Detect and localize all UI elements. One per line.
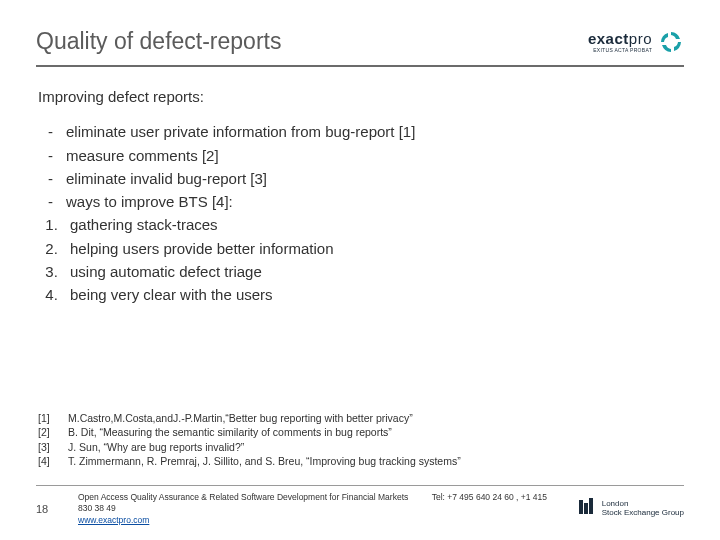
ref-num: [1] [38,411,56,425]
svg-rect-1 [584,503,588,514]
lse-logo: London Stock Exchange Group [576,497,684,521]
list-item: helping users provide better information [62,237,684,260]
list-item: eliminate user private information from … [66,120,684,143]
list-item: ways to improve BTS [4]: [66,190,684,213]
ref-num: [3] [38,440,56,454]
footer-link[interactable]: www.exactpro.com [78,515,149,525]
footer-row: 18 Open Access Quality Assurance & Relat… [36,492,684,526]
ref-num: [2] [38,425,56,439]
ref-row: [1]M.Castro,M.Costa,andJ.-P.Martin,“Bett… [38,411,461,425]
ref-text: M.Castro,M.Costa,andJ.-P.Martin,“Better … [68,411,413,425]
logo-word-bold: exact [588,30,629,47]
ref-row: [2]B. Dit, “Measuring the semantic simil… [38,425,461,439]
logo-text: exactpro EXITUS ACTA PROBAT [588,30,652,53]
list-item: eliminate invalid bug-report [3] [66,167,684,190]
ref-row: [4]T. Zimmermann, R. Premraj, J. Sillito… [38,454,461,468]
list-item: measure comments [2] [66,144,684,167]
logo-word-light: pro [629,30,652,47]
lse-logo-text: London Stock Exchange Group [602,500,684,518]
recycle-arrows-icon [658,29,684,55]
building-icon [576,497,596,521]
footer: 18 Open Access Quality Assurance & Relat… [0,485,720,540]
page-title: Quality of defect-reports [36,28,281,55]
dash-list: eliminate user private information from … [38,120,684,213]
page-number: 18 [36,503,64,515]
exactpro-logo: exactpro EXITUS ACTA PROBAT [588,29,684,55]
svg-rect-2 [589,498,593,514]
numbered-list: gathering stack-traces helping users pro… [38,213,684,306]
body-content: Improving defect reports: eliminate user… [36,85,684,306]
list-item: using automatic defect triage [62,260,684,283]
footer-text: Open Access Quality Assurance & Related … [78,492,562,526]
logo-subtitle: EXITUS ACTA PROBAT [593,47,652,53]
references: [1]M.Castro,M.Costa,andJ.-P.Martin,“Bett… [38,411,461,468]
slide: Quality of defect-reports exactpro EXITU… [0,0,720,540]
footer-line1: Open Access Quality Assurance & Related … [78,492,408,502]
header: Quality of defect-reports exactpro EXITU… [36,28,684,55]
ref-text: T. Zimmermann, R. Premraj, J. Sillito, a… [68,454,461,468]
intro-line: Improving defect reports: [38,85,684,108]
list-item: being very clear with the users [62,283,684,306]
list-item: gathering stack-traces [62,213,684,236]
header-divider [36,65,684,67]
lse-line2: Stock Exchange Group [602,509,684,518]
svg-rect-0 [579,500,583,514]
ref-row: [3]J. Sun, “Why are bug reports invalid?… [38,440,461,454]
ref-num: [4] [38,454,56,468]
ref-text: B. Dit, “Measuring the semantic similari… [68,425,392,439]
footer-divider [36,485,684,486]
ref-text: J. Sun, “Why are bug reports invalid?” [68,440,244,454]
